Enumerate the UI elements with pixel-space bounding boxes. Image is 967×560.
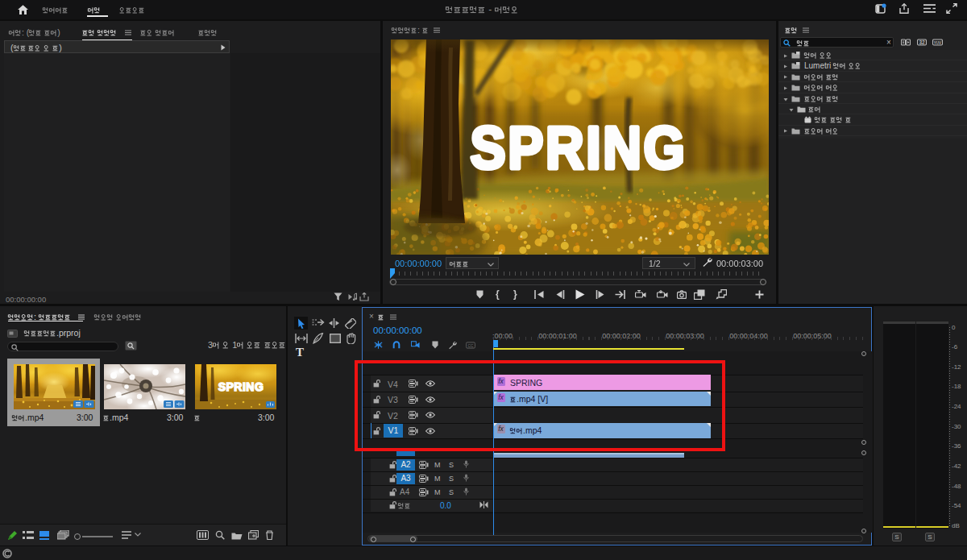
svg-text:YUV: YUV: [934, 41, 941, 45]
svg-text:SPRING: SPRING: [471, 114, 687, 181]
svg-text:CC: CC: [468, 344, 474, 348]
svg-text:32: 32: [919, 39, 925, 45]
svg-text:SPRING: SPRING: [218, 380, 264, 393]
